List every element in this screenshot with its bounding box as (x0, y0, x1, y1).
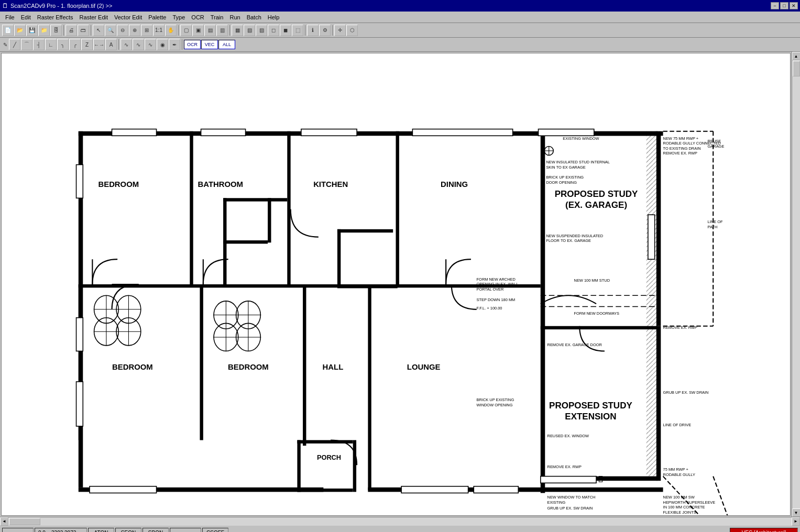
tb2-corner[interactable]: ∟ (45, 39, 57, 50)
tb2-curve1[interactable]: ╮ (57, 39, 69, 50)
svg-text:EXISTING WINDOW: EXISTING WINDOW (563, 136, 599, 141)
hscroll-left-button[interactable]: ◄ (0, 517, 8, 526)
tb-open[interactable]: 📂 (14, 25, 26, 36)
tb-view2[interactable]: ◼ (280, 25, 291, 36)
tb-save[interactable]: 💾 (26, 25, 38, 36)
svg-text:FORM NEW ARCHED: FORM NEW ARCHED (477, 277, 516, 282)
tb-invert[interactable]: ▥ (216, 25, 228, 36)
scroll-up-button[interactable]: ▲ (792, 52, 801, 60)
all-toggle[interactable]: ALL (218, 40, 235, 49)
svg-text:BRICK UP EXISTING: BRICK UP EXISTING (477, 397, 514, 402)
tb-printprev[interactable]: 🗃 (78, 25, 89, 36)
floorplan-svg: BEDROOM BATHROOM KITCHEN DINING BEDROOM … (2, 53, 790, 515)
title-bar-controls[interactable]: − □ ✕ (771, 2, 798, 9)
minimize-button[interactable]: − (771, 2, 779, 9)
svg-rect-66 (474, 486, 518, 493)
tb-zoom1to1[interactable]: 1:1 (153, 25, 165, 36)
status-csoff[interactable]: CSOFF (202, 528, 228, 533)
hscroll-thumb[interactable] (9, 518, 40, 525)
svg-text:75 MM RWP +: 75 MM RWP + (663, 467, 688, 472)
svg-rect-62 (76, 318, 83, 351)
svg-text:PROPOSED STUDY: PROPOSED STUDY (555, 189, 638, 199)
tb-view1[interactable]: ◻ (268, 25, 279, 36)
svg-text:BRICK UP EXISTING: BRICK UP EXISTING (546, 175, 584, 180)
tb-cursor[interactable]: ↖ (93, 25, 104, 36)
svg-rect-8 (396, 131, 399, 287)
status-seon[interactable]: SEON (115, 528, 141, 533)
svg-text:DINING: DINING (441, 180, 468, 189)
tb-zoomout[interactable]: ⊖ (117, 25, 128, 36)
title-text: Scan2CADv9 Pro - 1. floorplan.tif (2) >> (10, 3, 112, 9)
svg-rect-10 (200, 284, 203, 440)
menu-run[interactable]: Run (226, 13, 243, 21)
tb-vector[interactable]: ▧ (244, 25, 255, 36)
svg-text:BEDROOM: BEDROOM (98, 180, 139, 189)
tb-openfolder[interactable]: 📁 (38, 25, 50, 36)
close-button[interactable]: ✕ (790, 2, 798, 9)
tb2-pen[interactable]: ✒ (169, 39, 180, 50)
tb2-perp[interactable]: ┤ (33, 39, 45, 50)
tb-magnify[interactable]: 🔍 (105, 25, 116, 36)
svg-text:LINE OF: LINE OF (708, 219, 723, 224)
svg-text:NEW 100 MM SW: NEW 100 MM SW (663, 495, 695, 500)
menu-batch[interactable]: Batch (244, 13, 265, 21)
tb-settings[interactable]: ⚙ (319, 25, 331, 36)
menu-file[interactable]: File (2, 13, 18, 21)
tb2-wave3[interactable]: ∿ (145, 39, 156, 50)
svg-text:GRUB UP EX. SW DRAIN: GRUB UP EX. SW DRAIN (663, 390, 709, 395)
ocr-toggle[interactable]: OCR (184, 40, 201, 49)
tb2-text[interactable]: A (105, 39, 117, 50)
tb-print[interactable]: 🖨 (65, 25, 77, 36)
canvas-area[interactable]: BEDROOM BATHROOM KITCHEN DINING BEDROOM … (1, 53, 791, 516)
status-sbon[interactable]: SBON (143, 528, 169, 533)
tb-new[interactable]: 📄 (2, 25, 14, 36)
menu-vector-edit[interactable]: Vector Edit (111, 13, 145, 21)
tb2-arc[interactable]: ⌒ (21, 39, 32, 50)
menu-train[interactable]: Train (207, 13, 227, 21)
menu-help[interactable]: Help (265, 13, 283, 21)
tb-zoomin[interactable]: ⊕ (129, 25, 140, 36)
svg-rect-16 (268, 198, 271, 242)
tb2-z[interactable]: Z (81, 39, 93, 50)
svg-text:PORTAL OVER: PORTAL OVER (477, 287, 504, 292)
tb-crosshair[interactable]: ✛ (334, 25, 346, 36)
tb2-highlight[interactable]: ◉ (157, 39, 168, 50)
vec-toggle[interactable]: VEC (201, 40, 218, 49)
svg-rect-5 (541, 131, 545, 493)
tb-extra[interactable]: ⬡ (346, 25, 358, 36)
svg-rect-19 (337, 229, 341, 285)
scroll-track[interactable] (792, 60, 801, 508)
menu-palette[interactable]: Palette (145, 13, 169, 21)
tb-raster[interactable]: ▦ (232, 25, 243, 36)
menu-raster-edit[interactable]: Raster Edit (76, 13, 111, 21)
tb-pan[interactable]: ✋ (165, 25, 177, 36)
tb2-curve2[interactable]: ╭ (69, 39, 81, 50)
status-coords: 0,0 .. 3303,2073 (35, 528, 87, 533)
menu-type[interactable]: Type (169, 13, 188, 21)
tb-view3[interactable]: ⬚ (292, 25, 303, 36)
tb-select[interactable]: ▢ (180, 25, 192, 36)
tb2-wave1[interactable]: ∿ (120, 39, 132, 50)
scroll-thumb[interactable] (793, 61, 800, 76)
scroll-down-button[interactable]: ▼ (792, 508, 801, 517)
svg-text:BEDROOM: BEDROOM (228, 363, 269, 371)
tb-selectall[interactable]: ▣ (192, 25, 204, 36)
menu-ocr[interactable]: OCR (188, 13, 207, 21)
menu-edit[interactable]: Edit (18, 13, 34, 21)
hscroll-track[interactable] (8, 517, 792, 526)
hscroll-right-button[interactable]: ► (792, 517, 800, 526)
svg-text:OPENING IN EX. WALL: OPENING IN EX. WALL (477, 282, 519, 286)
tb2-line[interactable]: ╱ (9, 39, 20, 50)
maximize-button[interactable]: □ (780, 2, 788, 9)
toolbar2-pencil-icon: ✎ (2, 42, 8, 48)
bottom-scrollbar: ◄ ► (0, 517, 800, 525)
status-aton[interactable]: ATON (88, 528, 114, 533)
tb-saveas[interactable]: 🗄 (50, 25, 62, 36)
menu-raster-effects[interactable]: Raster Effects (34, 13, 76, 21)
tb-both[interactable]: ▨ (256, 25, 267, 36)
tb2-arrow[interactable]: ←→ (93, 39, 105, 50)
tb-deselect[interactable]: ▤ (204, 25, 216, 36)
tb-info[interactable]: ℹ (307, 25, 319, 36)
tb-zoomfit[interactable]: ⊞ (141, 25, 152, 36)
tb2-wave2[interactable]: ∿ (133, 39, 144, 50)
